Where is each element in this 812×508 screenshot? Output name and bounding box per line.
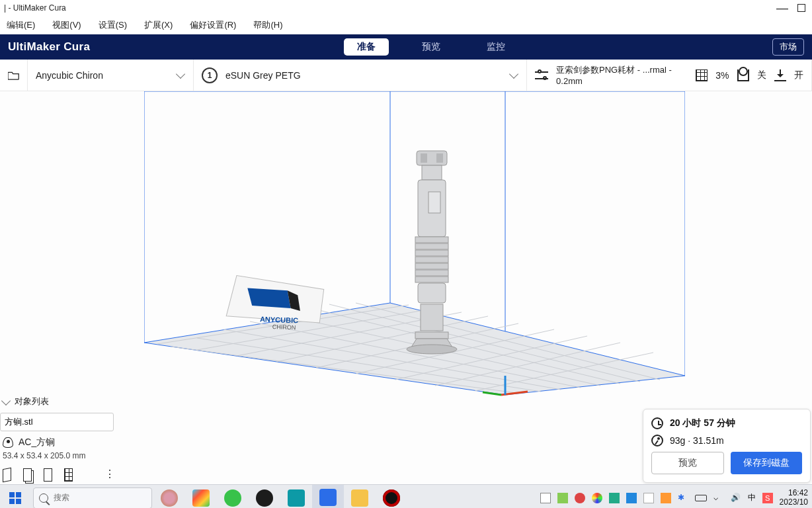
printer-name: Anycubic Chiron bbox=[36, 70, 103, 81]
minimize-button[interactable]: — bbox=[776, 1, 788, 15]
menu-bar: 编辑(E) 视图(V) 设置(S) 扩展(X) 偏好设置(R) 帮助(H) bbox=[0, 16, 812, 34]
tab-preview[interactable]: 预览 bbox=[409, 38, 454, 56]
svg-rect-41 bbox=[415, 270, 448, 276]
tab-monitor[interactable]: 监控 bbox=[473, 38, 518, 56]
search-placeholder: 搜索 bbox=[54, 492, 69, 503]
window-titlebar: | - UltiMaker Cura — bbox=[0, 0, 812, 16]
eye-icon[interactable] bbox=[3, 437, 13, 448]
menu-help[interactable]: 帮助(H) bbox=[253, 19, 282, 31]
svg-rect-44 bbox=[421, 304, 443, 331]
build-volume: ANYCUBIC CHIRON bbox=[144, 91, 685, 448]
tab-prepare[interactable]: 准备 bbox=[344, 38, 389, 56]
infill-value: 3% bbox=[715, 70, 729, 81]
svg-rect-32 bbox=[436, 153, 443, 163]
menu-view[interactable]: 视图(V) bbox=[52, 19, 81, 31]
tray-icon[interactable] bbox=[643, 493, 654, 503]
svg-point-47 bbox=[407, 345, 457, 354]
start-button[interactable] bbox=[1, 485, 29, 509]
windows-taskbar: 搜索 ✱ ⌵ 🔊 中 S 16:42 2023/10 bbox=[0, 484, 812, 508]
system-tray: ✱ ⌵ 🔊 中 S 16:42 2023/10 bbox=[540, 489, 812, 506]
marketplace-button[interactable]: 市场 bbox=[772, 38, 804, 56]
chevron-down-icon bbox=[176, 69, 185, 78]
menu-settings[interactable]: 设置(S) bbox=[99, 19, 127, 31]
chevron-down-icon[interactable] bbox=[1, 396, 11, 405]
stage-tabs: 准备 预览 监控 bbox=[344, 38, 518, 56]
taskbar-app-store[interactable] bbox=[185, 485, 217, 509]
svg-rect-35 bbox=[428, 192, 440, 213]
object-name[interactable]: AC_方锏 bbox=[19, 437, 55, 448]
support-icon bbox=[737, 69, 749, 82]
preview-button[interactable]: 预览 bbox=[651, 452, 724, 474]
grid-icon[interactable] bbox=[64, 468, 73, 482]
tray-icon[interactable] bbox=[661, 493, 671, 503]
svg-text:CHIRON: CHIRON bbox=[272, 323, 296, 331]
svg-rect-38 bbox=[415, 250, 448, 256]
adhesion-icon bbox=[774, 69, 786, 82]
svg-rect-39 bbox=[415, 257, 448, 263]
taskbar-app-record[interactable] bbox=[376, 485, 407, 509]
profile-name: 亚索剑参数PNG耗材 - ...rmal - 0.2mm bbox=[556, 64, 688, 86]
svg-rect-42 bbox=[415, 276, 448, 282]
tray-icon[interactable] bbox=[540, 493, 551, 503]
object-dimensions: 53.4 x 53.4 x 205.0 mm bbox=[0, 450, 118, 466]
print-time: 20 小时 57 分钟 bbox=[670, 417, 735, 429]
svg-rect-43 bbox=[418, 283, 446, 303]
reset-icon[interactable] bbox=[44, 468, 52, 482]
menu-edit[interactable]: 编辑(E) bbox=[7, 19, 35, 31]
tray-icon[interactable] bbox=[609, 493, 620, 503]
tray-battery-icon[interactable] bbox=[695, 495, 707, 501]
object-action-icons bbox=[0, 466, 118, 484]
support-value: 关 bbox=[757, 69, 766, 81]
material-name: eSUN Grey PETG bbox=[225, 70, 301, 81]
tray-volume-icon[interactable]: 🔊 bbox=[731, 493, 741, 503]
search-icon bbox=[39, 493, 48, 503]
divider bbox=[85, 468, 93, 482]
printer-selector[interactable]: Anycubic Chiron bbox=[28, 60, 194, 91]
sliders-icon bbox=[535, 68, 548, 83]
clock-icon bbox=[651, 417, 663, 429]
tray-wifi-icon[interactable]: ⌵ bbox=[713, 493, 724, 503]
taskbar-app-dark1[interactable] bbox=[249, 485, 280, 509]
save-to-disk-button[interactable]: 保存到磁盘 bbox=[731, 452, 802, 474]
viewport-3d[interactable]: ANYCUBIC CHIRON bbox=[0, 91, 812, 484]
tray-sogou-icon[interactable]: S bbox=[762, 493, 773, 503]
svg-rect-36 bbox=[415, 237, 448, 243]
menu-extensions[interactable]: 扩展(X) bbox=[144, 19, 173, 31]
weight-icon bbox=[651, 435, 663, 446]
slice-panel: 20 小时 57 分钟 93g · 31.51m 预览 保存到磁盘 bbox=[643, 409, 811, 483]
print-settings-selector[interactable]: 亚索剑参数PNG耗材 - ...rmal - 0.2mm 3% 关 开 bbox=[527, 60, 812, 91]
maximize-button[interactable] bbox=[797, 4, 805, 12]
chevron-down-icon bbox=[509, 69, 518, 78]
open-file-button[interactable] bbox=[0, 60, 28, 91]
object-list-header: 对象列表 bbox=[15, 396, 49, 407]
material-selector[interactable]: 1 eSUN Grey PETG bbox=[194, 60, 527, 91]
tray-icon[interactable] bbox=[592, 493, 602, 503]
tray-icon[interactable] bbox=[575, 493, 585, 503]
svg-rect-37 bbox=[415, 243, 448, 249]
tray-icon[interactable] bbox=[557, 493, 568, 503]
duplicate-icon[interactable] bbox=[23, 468, 32, 482]
taskbar-app-avatar[interactable] bbox=[153, 485, 185, 509]
config-bar: Anycubic Chiron 1 eSUN Grey PETG 亚索剑参数PN… bbox=[0, 60, 812, 91]
arrange-icon[interactable] bbox=[3, 468, 11, 482]
taskbar-app-explorer[interactable] bbox=[344, 485, 376, 509]
tray-icon[interactable] bbox=[626, 493, 637, 503]
taskbar-clock[interactable]: 16:42 2023/10 bbox=[780, 489, 808, 506]
tray-bluetooth-icon[interactable]: ✱ bbox=[678, 493, 688, 503]
taskbar-app-arduino[interactable] bbox=[280, 485, 312, 509]
more-icon[interactable] bbox=[104, 468, 115, 482]
tray-ime[interactable]: 中 bbox=[748, 492, 756, 503]
extruder-badge: 1 bbox=[202, 67, 218, 83]
svg-text:ANYCUBIC: ANYCUBIC bbox=[260, 315, 298, 324]
taskbar-app-green[interactable] bbox=[217, 485, 249, 509]
svg-rect-33 bbox=[422, 165, 442, 180]
taskbar-search[interactable]: 搜索 bbox=[33, 487, 152, 509]
window-title: | - UltiMaker Cura bbox=[4, 3, 66, 13]
taskbar-app-cura[interactable] bbox=[312, 485, 344, 509]
object-file-input[interactable] bbox=[0, 413, 114, 431]
menu-preferences[interactable]: 偏好设置(R) bbox=[190, 19, 236, 31]
brand-title: UltiMaker Cura bbox=[8, 40, 90, 54]
svg-rect-40 bbox=[415, 263, 448, 269]
windows-icon bbox=[9, 492, 21, 504]
adhesion-value: 开 bbox=[794, 69, 803, 81]
